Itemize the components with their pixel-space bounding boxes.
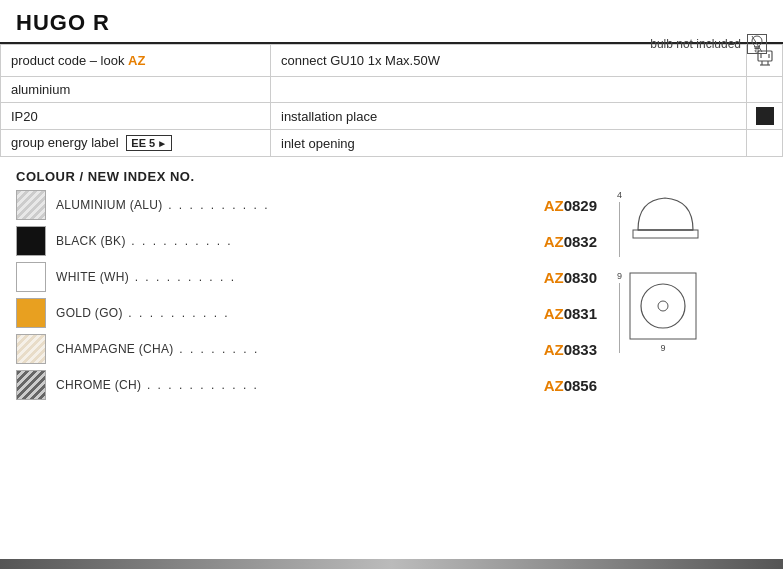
aluminium-code: AZ0829 — [544, 197, 597, 214]
energy-badge: EE 5 ► — [126, 135, 172, 151]
installation-cell: installation place — [271, 103, 747, 130]
info-table: product code – look AZ connect GU10 1x M… — [0, 44, 783, 157]
list-item: CHROME (CH) . . . . . . . . . . . AZ0856 — [16, 370, 597, 400]
chrome-code: AZ0856 — [544, 377, 597, 394]
chrome-name: CHROME (CH) . . . . . . . . . . . — [56, 378, 540, 392]
top-view-diagram: 4 — [617, 190, 767, 257]
connect-label: connect GU10 1x Max.50W — [281, 53, 440, 68]
aluminium-label: aluminium — [11, 82, 70, 97]
svg-point-12 — [641, 284, 685, 328]
dim2-label: 9 — [617, 271, 622, 281]
black-name: BLACK (BK) . . . . . . . . . . — [56, 234, 540, 248]
top-view-svg — [628, 190, 703, 245]
table-row: group energy label EE 5 ► inlet opening — [1, 130, 783, 157]
colour-section-label: COLOUR / NEW INDEX NO. — [0, 157, 783, 190]
bulb-label: bulb not included — [650, 37, 741, 51]
front-view-diagram: 9 9 — [617, 271, 767, 353]
bulb-row: bulb not included — [650, 34, 767, 54]
installation-label: installation place — [281, 109, 377, 124]
champagne-code: AZ0833 — [544, 341, 597, 358]
white-swatch — [16, 262, 46, 292]
ip20-cell: IP20 — [1, 103, 271, 130]
list-item: GOLD (GO) . . . . . . . . . . AZ0831 — [16, 298, 597, 328]
white-name: WHITE (WH) . . . . . . . . . . — [56, 270, 540, 284]
empty-cell — [271, 77, 747, 103]
square-icon-cell — [747, 103, 783, 130]
champagne-name: CHAMPAGNE (CHA) . . . . . . . . — [56, 342, 540, 356]
gold-name: GOLD (GO) . . . . . . . . . . — [56, 306, 540, 320]
white-code: AZ0830 — [544, 269, 597, 286]
group-energy-label: group energy label — [11, 135, 119, 150]
list-item: WHITE (WH) . . . . . . . . . . AZ0830 — [16, 262, 597, 292]
gold-code: AZ0831 — [544, 305, 597, 322]
page-wrapper: HUGO R bulb not included product code – … — [0, 0, 783, 569]
svg-rect-10 — [633, 230, 698, 238]
table-row: aluminium — [1, 77, 783, 103]
front-view-svg — [628, 271, 698, 341]
diagram-area: 4 9 — [617, 190, 767, 353]
black-swatch — [16, 226, 46, 256]
color-list: ALUMINIUM (ALU) . . . . . . . . . . AZ08… — [16, 190, 597, 406]
aluminium-swatch — [16, 190, 46, 220]
chrome-swatch — [16, 370, 46, 400]
black-code: AZ0832 — [544, 233, 597, 250]
svg-rect-11 — [630, 273, 696, 339]
dim1-label: 4 — [617, 190, 622, 200]
list-item: CHAMPAGNE (CHA) . . . . . . . . AZ0833 — [16, 334, 597, 364]
empty-icon-cell — [747, 77, 783, 103]
empty-icon-cell2 — [747, 130, 783, 157]
champagne-swatch — [16, 334, 46, 364]
aluminium-cell: aluminium — [1, 77, 271, 103]
svg-point-13 — [658, 301, 668, 311]
inlet-cell: inlet opening — [271, 130, 747, 157]
aluminium-name: ALUMINIUM (ALU) . . . . . . . . . . — [56, 198, 540, 212]
energy-label-cell: group energy label EE 5 ► — [1, 130, 271, 157]
energy-arrow: ► — [157, 138, 167, 149]
bottom-bar — [0, 559, 783, 569]
gold-swatch — [16, 298, 46, 328]
list-item: ALUMINIUM (ALU) . . . . . . . . . . AZ08… — [16, 190, 597, 220]
page-title: HUGO R — [16, 10, 110, 35]
dim3-label: 9 — [661, 343, 666, 353]
az-highlight: AZ — [128, 53, 145, 68]
product-code-cell: product code – look AZ — [1, 45, 271, 77]
inlet-label: inlet opening — [281, 136, 355, 151]
ip20-label: IP20 — [11, 109, 38, 124]
table-row: IP20 installation place — [1, 103, 783, 130]
bulb-icon — [747, 34, 767, 54]
list-item: BLACK (BK) . . . . . . . . . . AZ0832 — [16, 226, 597, 256]
square-icon — [756, 107, 774, 125]
